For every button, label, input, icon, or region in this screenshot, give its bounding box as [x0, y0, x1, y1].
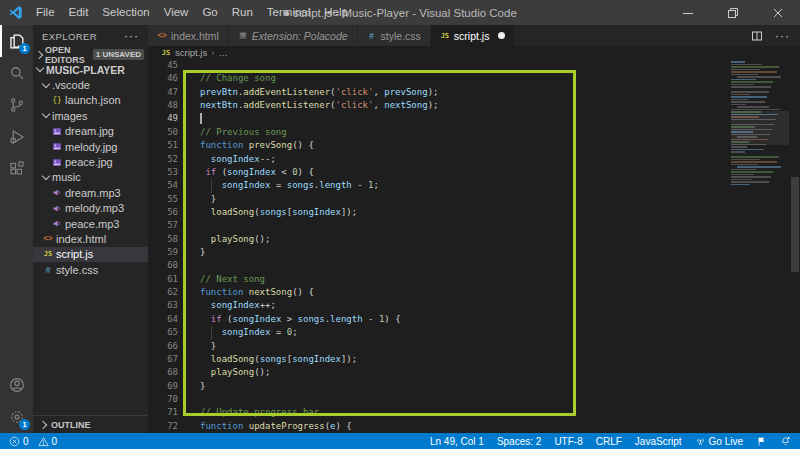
explorer-title: EXPLORER	[42, 31, 97, 42]
explorer-actions-icon[interactable]: ···	[124, 29, 139, 43]
code-line-52[interactable]: 52 songIndex--;	[148, 153, 800, 166]
run-debug-activity-button[interactable]	[0, 121, 33, 153]
code-line-60[interactable]: 60	[148, 259, 800, 272]
line-content: }	[200, 193, 216, 206]
go-live-button[interactable]: Go Live	[695, 436, 743, 447]
source-control-activity-button[interactable]	[0, 89, 33, 121]
breadcrumb[interactable]: JS script.js › …	[148, 46, 800, 59]
account-activity-button[interactable]	[0, 369, 33, 401]
code-line-55[interactable]: 55 }	[148, 193, 800, 206]
code-line-56[interactable]: 56 loadSong(songs[songIndex]);	[148, 206, 800, 219]
code-line-62[interactable]: 62function nextSong() {	[148, 286, 800, 299]
code-line-49[interactable]: 49	[148, 112, 800, 125]
extension-icon	[238, 31, 248, 40]
window-title: ● script.js - Music-Player - Visual Stud…	[283, 7, 517, 19]
minimap-slider[interactable]	[731, 111, 789, 145]
code-line-66[interactable]: 66 }	[148, 340, 800, 353]
code-line-63[interactable]: 63 songIndex++;	[148, 299, 800, 312]
extensions-activity-button[interactable]	[0, 153, 33, 185]
eol-sequence[interactable]: CRLF	[596, 436, 622, 447]
notifications-bell-icon[interactable]	[780, 436, 791, 447]
css-icon: #	[367, 31, 377, 41]
encoding[interactable]: UTF-8	[554, 436, 582, 447]
menu-file[interactable]: File	[29, 0, 62, 25]
menu-view[interactable]: View	[157, 0, 196, 25]
menu-selection[interactable]: Selection	[95, 0, 156, 25]
code-line-54[interactable]: 54 songIndex = songs.length - 1;	[148, 179, 800, 192]
tree-item-dream.jpg[interactable]: dream.jpg	[33, 124, 148, 139]
code-line-50[interactable]: 50// Previous song	[148, 126, 800, 139]
code-line-71[interactable]: 71// Update progress bar	[148, 406, 800, 419]
workspace-root-folder[interactable]: MUSIC-PLAYER	[33, 62, 148, 77]
tree-item-images[interactable]: images	[33, 108, 148, 123]
code-line-53[interactable]: 53 if (songIndex < 0) {	[148, 166, 800, 179]
chevron-down-icon	[42, 79, 50, 87]
code-line-61[interactable]: 61// Next song	[148, 273, 800, 286]
language-mode[interactable]: JavaScript	[635, 436, 682, 447]
search-activity-button[interactable]	[0, 57, 33, 89]
split-editor-button[interactable]	[751, 30, 763, 42]
code-line-65[interactable]: 65 songIndex = 0;	[148, 326, 800, 339]
tab-script.js[interactable]: JSscript.js	[431, 25, 516, 46]
more-actions-button[interactable]: ···	[775, 31, 790, 41]
code-line-67[interactable]: 67 loadSong(songs[songIndex]);	[148, 353, 800, 366]
code-line-46[interactable]: 46// Change song	[148, 72, 800, 85]
code-line-45[interactable]: 45	[148, 59, 800, 72]
menu-run[interactable]: Run	[225, 0, 260, 25]
code-line-59[interactable]: 59}	[148, 246, 800, 259]
settings-badge: 1	[19, 419, 30, 430]
line-content: songIndex++;	[200, 299, 276, 312]
tab-label: style.css	[381, 30, 421, 42]
tab-index.html[interactable]: <>index.html	[148, 25, 229, 46]
cursor-position[interactable]: Ln 49, Col 1	[430, 436, 484, 447]
code-line-69[interactable]: 69}	[148, 380, 800, 393]
line-number: 52	[148, 153, 178, 166]
indentation[interactable]: Spaces: 2	[497, 436, 541, 447]
tree-item-dream.mp3[interactable]: dream.mp3	[33, 185, 148, 200]
code-line-47[interactable]: 47prevBtn.addEventListener('click', prev…	[148, 86, 800, 99]
minimize-button[interactable]	[665, 0, 710, 25]
code-line-48[interactable]: 48nextBtn.addEventListener('click', next…	[148, 99, 800, 112]
outline-section[interactable]: OUTLINE	[33, 415, 148, 433]
line-number: 60	[148, 259, 178, 272]
line-number: 59	[148, 246, 178, 259]
tree-item-index.html[interactable]: <>index.html	[33, 231, 148, 246]
tree-item-launch.json[interactable]: {}launch.json	[33, 93, 148, 108]
problems-indicator[interactable]: 0 0	[9, 436, 57, 447]
tree-item-melody.jpg[interactable]: melody.jpg	[33, 139, 148, 154]
code-line-64[interactable]: 64 if (songIndex > songs.length - 1) {	[148, 313, 800, 326]
settings-gear-button[interactable]: 1	[0, 401, 33, 433]
code-line-51[interactable]: 51function prevSong() {	[148, 139, 800, 152]
tab-extension-polacode[interactable]: Extension: Polacode	[229, 25, 358, 46]
explorer-activity-button[interactable]: 1	[0, 25, 33, 57]
code-line-58[interactable]: 58 playSong();	[148, 233, 800, 246]
tab-style.css[interactable]: #style.css	[358, 25, 431, 46]
line-content: }	[200, 380, 205, 393]
restore-button[interactable]	[710, 0, 755, 25]
code-line-70[interactable]: 70	[148, 393, 800, 406]
tree-item-.vscode[interactable]: .vscode	[33, 77, 148, 92]
image-icon	[52, 158, 62, 167]
tree-item-peace.jpg[interactable]: peace.jpg	[33, 154, 148, 169]
tree-item-style.css[interactable]: #style.css	[33, 262, 148, 277]
code-line-68[interactable]: 68 playSong();	[148, 366, 800, 379]
tree-item-music[interactable]: music	[33, 170, 148, 185]
code-line-57[interactable]: 57	[148, 219, 800, 232]
open-editors-section[interactable]: OPEN EDITORS 1 UNSAVED	[33, 47, 148, 62]
line-number: 65	[148, 326, 178, 339]
tree-item-peace.mp3[interactable]: peace.mp3	[33, 216, 148, 231]
code-line-72[interactable]: 72function updateProgress(e) {	[148, 420, 800, 433]
vertical-scrollbar[interactable]	[791, 177, 799, 272]
line-number: 58	[148, 233, 178, 246]
modified-dot-icon	[498, 32, 505, 39]
code-editor[interactable]: 4546// Change song47prevBtn.addEventList…	[148, 59, 800, 433]
close-button[interactable]	[755, 0, 800, 25]
feedback-icon[interactable]	[756, 436, 767, 447]
line-number: 53	[148, 166, 178, 179]
tree-item-melody.mp3[interactable]: melody.mp3	[33, 201, 148, 216]
tree-item-script.js[interactable]: JSscript.js	[33, 247, 148, 262]
menu-go[interactable]: Go	[195, 0, 224, 25]
tree-item-label: .vscode	[52, 79, 90, 91]
menu-edit[interactable]: Edit	[62, 0, 96, 25]
line-content: function prevSong() {	[200, 139, 314, 152]
